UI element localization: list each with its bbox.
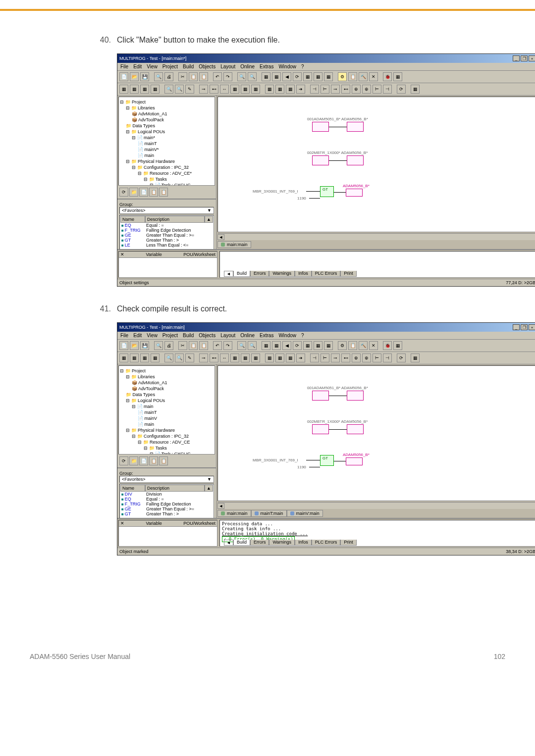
tb2-d5[interactable]: ⊕ [352, 85, 361, 94]
tb-preview[interactable]: 🔍 [154, 341, 163, 350]
output-tab-print[interactable]: Print [340, 271, 357, 277]
menu-help[interactable]: ? [301, 64, 304, 69]
output-tab-errors[interactable]: Errors [250, 540, 269, 546]
tb-redo[interactable]: ↷ [223, 72, 232, 81]
tb-copy[interactable]: 📋 [189, 72, 198, 81]
variable-panel[interactable]: ✕VariablePOU/Worksheet [118, 520, 217, 547]
tb2-1[interactable]: ▦ [119, 353, 128, 362]
tb2-c3[interactable]: ↔ [220, 353, 229, 362]
maximize-button[interactable]: ❐ [521, 324, 528, 330]
vtb-2[interactable]: 📁 [129, 188, 138, 197]
tb2-c8[interactable]: ▦ [275, 353, 284, 362]
vtb-1[interactable]: ⟳ [119, 188, 128, 197]
tb-g4[interactable]: ⟳ [293, 341, 302, 350]
tb-paste[interactable]: 📋 [199, 72, 208, 81]
tb2-e1[interactable]: ⟳ [397, 85, 406, 94]
close-button[interactable]: × [529, 324, 535, 330]
tb-g7[interactable]: ▦ [324, 341, 333, 350]
tb2-c9[interactable]: ▦ [286, 353, 295, 362]
tb-print[interactable]: 🖨 [164, 72, 173, 81]
tb-make[interactable]: ⚙ [338, 72, 347, 81]
fbd-canvas[interactable]: 001ADAM5051_B* ADAM5056_B* 002MBTR_1X000… [217, 97, 535, 232]
vtb-1[interactable]: ⟳ [119, 456, 128, 465]
tb2-zoomout[interactable]: 🔍 [175, 85, 184, 94]
tb2-c1[interactable]: ⊸ [199, 353, 208, 362]
tb2-1[interactable]: ▦ [119, 85, 128, 94]
tb-g2[interactable]: ▦ [272, 72, 281, 81]
output-tab-print[interactable]: Print [340, 540, 357, 546]
tb2-d8[interactable]: ⊣ [383, 85, 392, 94]
tb2-c2[interactable]: ⊷ [210, 85, 218, 94]
tb-g10[interactable]: ✕ [369, 341, 378, 350]
tb-open[interactable]: 📂 [130, 72, 139, 81]
minimize-button[interactable]: _ [513, 55, 520, 61]
vtb-5[interactable]: 📋 [159, 456, 168, 465]
tb-dbg[interactable]: 🐞 [383, 72, 392, 81]
tb-preview[interactable]: 🔍 [154, 72, 163, 81]
fb-list[interactable]: NameDescription▲ EQEqual : = F_TRIGFalli… [119, 215, 214, 250]
tb-paste[interactable]: 📋 [199, 341, 208, 350]
tb-g5[interactable]: ▦ [303, 341, 312, 350]
tb2-4[interactable]: ▦ [151, 85, 160, 94]
menu-project[interactable]: Project [162, 64, 178, 69]
tb2-c10[interactable]: ➔ [296, 353, 305, 362]
group-dropdown[interactable]: <Favorites>▼ [119, 207, 214, 214]
tb-g3[interactable]: ◀ [282, 341, 291, 350]
vtb-4[interactable]: 📋 [149, 456, 158, 465]
output-panel[interactable]: ◄ Build Errors Warnings Infos PLC Errors… [219, 251, 535, 278]
project-tree[interactable]: ⊟ 📁 Project ⊟ 📁 Libraries 📦 AdvMotion_A1… [118, 365, 215, 454]
tb2-5[interactable]: ✎ [185, 353, 194, 362]
tb-cut[interactable]: ✂ [178, 341, 187, 350]
tb-g8[interactable]: 📋 [348, 72, 357, 81]
tb-g3[interactable]: ◀ [282, 72, 291, 81]
menu-file[interactable]: File [120, 333, 128, 338]
tb-g1[interactable]: ▦ [262, 341, 270, 350]
tb-redo[interactable]: ↷ [223, 341, 232, 350]
fb-list[interactable]: NameDescription▲ DIVDivision EQEqual : =… [119, 484, 214, 518]
tb-undo[interactable]: ↶ [213, 72, 222, 81]
tb2-3[interactable]: ▦ [140, 353, 149, 362]
vtb-3[interactable]: 📄 [139, 188, 148, 197]
menu-project[interactable]: Project [162, 333, 178, 338]
menu-edit[interactable]: Edit [133, 333, 142, 338]
tb2-c4[interactable]: ▦ [230, 353, 239, 362]
tb-g6[interactable]: ▦ [314, 72, 322, 81]
tb-find2[interactable]: 🔍 [248, 341, 257, 350]
minimize-button[interactable]: _ [513, 324, 520, 330]
tb2-4[interactable]: ▦ [151, 353, 160, 362]
vtb-2[interactable]: 📁 [129, 456, 138, 465]
close-button[interactable]: × [529, 55, 535, 61]
menu-help[interactable]: ? [301, 333, 304, 338]
tb2-c7[interactable]: ▦ [265, 85, 274, 94]
tb2-2[interactable]: ▦ [130, 85, 139, 94]
vtb-4[interactable]: 📋 [149, 188, 158, 197]
menu-extras[interactable]: Extras [260, 64, 273, 69]
tb-open[interactable]: 📂 [130, 341, 139, 350]
output-tab-errors[interactable]: Errors [250, 271, 269, 277]
tb2-c1[interactable]: ⊸ [199, 85, 208, 94]
tb2-2[interactable]: ▦ [130, 353, 139, 362]
tb2-c6[interactable]: ▦ [251, 353, 260, 362]
menu-edit[interactable]: Edit [133, 64, 142, 69]
tb-find[interactable]: 🔍 [237, 341, 246, 350]
output-tab-infos[interactable]: Infos [295, 271, 312, 277]
output-tab-plc[interactable]: PLC Errors [312, 271, 341, 277]
tb-new[interactable]: 📄 [119, 341, 128, 350]
output-panel[interactable]: Processing data ... Creating task info .… [219, 520, 535, 547]
menu-layout[interactable]: Layout [220, 333, 235, 338]
maximize-button[interactable]: ❐ [521, 55, 528, 61]
tb2-d6[interactable]: ⊕ [362, 85, 371, 94]
tb-g6[interactable]: ▦ [314, 341, 322, 350]
tb2-d7[interactable]: ⊢ [373, 353, 381, 362]
tb-g2[interactable]: ▦ [272, 341, 281, 350]
tb2-zoomin[interactable]: 🔍 [164, 353, 173, 362]
tb-find2[interactable]: 🔍 [248, 72, 257, 81]
tb-g8[interactable]: 📋 [348, 341, 357, 350]
tb-g4[interactable]: ⟳ [293, 72, 302, 81]
output-tab-infos[interactable]: Infos [295, 540, 312, 546]
ws-tab-main[interactable]: main:main [217, 510, 251, 517]
tb-save[interactable]: 💾 [140, 341, 149, 350]
menu-build[interactable]: Build [183, 333, 194, 338]
fbd-canvas[interactable]: 001ADAM5051_B* ADAM5056_B* 002MBTR_1X000… [217, 365, 535, 501]
tb2-c7[interactable]: ▦ [265, 353, 274, 362]
